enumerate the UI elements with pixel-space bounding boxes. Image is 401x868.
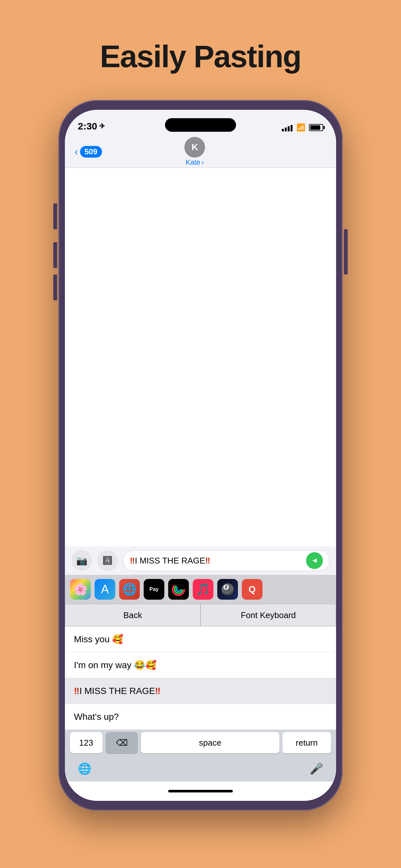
app-icon-activity[interactable] — [168, 579, 189, 600]
back-chevron-icon: ‹ — [74, 146, 78, 158]
contact-info[interactable]: K Kate › — [102, 137, 288, 166]
key-space-button[interactable]: space — [141, 732, 279, 753]
text-input-box[interactable]: ‼ I MISS THE RAGE ‼ ▲ — [123, 550, 330, 571]
app-icon-photos[interactable]: 🌸 — [70, 579, 91, 600]
keyboard-bottom-row: 123 ⌫ space return — [65, 730, 336, 755]
text-input-text: I MISS THE RAGE — [135, 556, 205, 566]
text-prefix-rage: ‼ — [130, 556, 135, 566]
battery-fill — [310, 125, 320, 130]
app-icons-row: 🌸 A 🌐 Pay 🎵 🎱 — [65, 575, 336, 604]
page-title: Easily Pasting — [100, 39, 301, 74]
keyboard-area: 123 ⌫ space return 🌐 🎤 — [65, 730, 336, 781]
svg-point-1 — [175, 585, 182, 593]
send-arrow-icon: ▲ — [310, 557, 319, 564]
nav-bar: ‹ 509 K Kate › — [65, 135, 336, 168]
action-buttons-row: Back Font Keyboard — [65, 604, 336, 626]
svg-point-2 — [177, 587, 181, 591]
text-suffix-rage: ‼ — [205, 556, 210, 566]
wifi-icon: 📶 — [297, 123, 305, 132]
suggestions-list: Miss you 🥰 I'm on my way 😂🥰 ‼ I MISS THE… — [65, 626, 336, 730]
status-time: 2:30 ✈ — [78, 121, 105, 132]
appstore-icon: 🅰 — [103, 555, 112, 566]
text-input-content: ‼ I MISS THE RAGE ‼ — [130, 556, 306, 566]
suggestion-item-2[interactable]: I'm on my way 😂🥰 — [65, 652, 336, 678]
screen: 2:30 ✈ 📶 ‹ 509 — [65, 110, 336, 801]
font-keyboard-button[interactable]: Font Keyboard — [201, 604, 336, 626]
app-icon-globe[interactable]: 🌐 — [119, 579, 140, 600]
app-icon-appstore[interactable]: A — [95, 579, 115, 600]
back-action-button[interactable]: Back — [65, 604, 201, 626]
suggestion-item-1[interactable]: Miss you 🥰 — [65, 626, 336, 652]
suggestion-item-3[interactable]: ‼ I MISS THE RAGE ‼ — [65, 678, 336, 704]
app-icon-pool[interactable]: 🎱 — [217, 579, 238, 600]
camera-button[interactable]: 📷 — [71, 550, 92, 571]
messages-area — [65, 168, 336, 547]
suggestion-rage-text: I MISS THE RAGE — [80, 686, 155, 696]
mic-icon[interactable]: 🎤 — [310, 762, 323, 775]
suggestion-item-4[interactable]: What's up? — [65, 704, 336, 730]
home-indicator — [65, 781, 336, 801]
keyboard-globe-row: 🌐 🎤 — [65, 755, 336, 781]
dynamic-island — [165, 118, 236, 132]
battery-icon — [309, 124, 323, 131]
key-delete-button[interactable]: ⌫ — [105, 732, 138, 753]
signal-icon — [282, 124, 292, 131]
globe-icon[interactable]: 🌐 — [78, 762, 91, 775]
camera-icon: 📷 — [76, 555, 88, 566]
input-area: 📷 🅰 ‼ I MISS THE RAGE ‼ ▲ — [65, 547, 336, 575]
send-button[interactable]: ▲ — [306, 552, 323, 569]
back-badge: 509 — [80, 146, 102, 158]
key-123-button[interactable]: 123 — [70, 732, 102, 753]
app-icon-music[interactable]: 🎵 — [193, 579, 213, 600]
key-return-button[interactable]: return — [282, 732, 331, 753]
location-icon: ✈ — [99, 122, 105, 130]
app-icon-q[interactable]: Q — [242, 579, 263, 600]
suggestion-rage-suffix: ‼ — [155, 686, 160, 696]
status-icons: 📶 — [282, 123, 323, 132]
back-button[interactable]: ‹ 509 — [74, 146, 102, 158]
suggestion-rage-prefix: ‼ — [74, 686, 80, 696]
appstore-button[interactable]: 🅰 — [97, 550, 118, 571]
home-bar — [168, 790, 233, 793]
contact-name: Kate › — [186, 158, 204, 166]
chevron-right-icon: › — [202, 158, 204, 166]
app-icon-applepay[interactable]: Pay — [144, 579, 164, 600]
contact-avatar: K — [184, 137, 205, 158]
phone-frame: 2:30 ✈ 📶 ‹ 509 — [58, 100, 343, 810]
